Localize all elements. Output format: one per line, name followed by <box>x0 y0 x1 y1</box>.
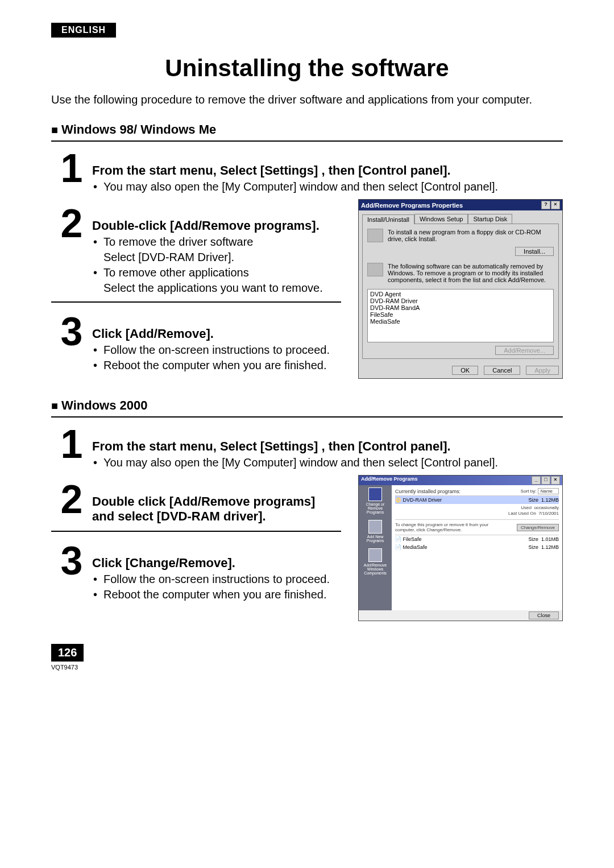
bullet-text: You may also open the [My Computer] wind… <box>92 456 563 469</box>
program-name: FileSafe <box>403 536 422 542</box>
list-item[interactable]: DVD-RAM BandA <box>370 304 551 311</box>
sidebar-item-label: Add New Programs <box>360 535 391 543</box>
cancel-button[interactable]: Cancel <box>484 366 520 375</box>
section-heading-win2000: ■Windows 2000 <box>51 398 563 413</box>
size-value: 1.12MB <box>541 497 559 503</box>
step-number: 2 <box>51 204 92 243</box>
sort-by-select[interactable]: Name <box>538 488 559 494</box>
intro-text: Use the following procedure to remove th… <box>51 93 563 106</box>
last-used-label: Last Used On <box>508 511 536 516</box>
program-row-selected[interactable]: 📀 DVD-RAM Driver Size 1.12MB <box>395 496 559 504</box>
dialog-button-row: Close <box>359 610 562 621</box>
step-body: From the start menu, Select [Settings] ,… <box>92 424 563 472</box>
dialog-panel: To install a new program from a floppy d… <box>362 224 559 359</box>
dialog-button-row: OK Cancel Apply <box>359 362 562 378</box>
manual-page: ENGLISH Uninstalling the software Use th… <box>0 0 614 868</box>
bullet-text: Follow the on-screen instructions to pro… <box>92 344 341 357</box>
bullet-text: To remove other applications <box>92 266 341 279</box>
minimize-icon[interactable]: _ <box>532 476 541 485</box>
page-title: Uninstalling the software <box>51 55 563 82</box>
install-description: To install a new program from a floppy d… <box>388 229 554 242</box>
sub-text: Select [DVD-RAM Driver]. <box>103 251 341 264</box>
size-label: Size <box>528 544 538 550</box>
section-heading-win98: ■Windows 98/ Windows Me <box>51 122 563 137</box>
sort-by-label: Sort by: <box>521 489 537 494</box>
step-body: Click [Change/Remove]. Follow the on-scr… <box>92 541 341 604</box>
close-icon[interactable]: × <box>551 201 560 209</box>
step-number: 1 <box>51 148 92 188</box>
list-item[interactable]: DVD-RAM Driver <box>370 297 551 304</box>
size-value: 1.12MB <box>541 544 559 550</box>
sidebar-item-label: Add/Remove Windows Components <box>360 563 391 575</box>
change-remove-icon <box>368 487 382 501</box>
add-remove-button[interactable]: Add/Remove... <box>495 346 554 355</box>
step-body: Click [Add/Remove]. Follow the on-screen… <box>92 312 341 374</box>
close-button[interactable]: Close <box>529 611 559 619</box>
step-number: 3 <box>51 312 92 352</box>
step-3-win2000: 3 Click [Change/Remove]. Follow the on-s… <box>51 541 341 604</box>
step-body: Double click [Add/Remove programs] and s… <box>92 480 341 524</box>
size-label: Size <box>528 536 538 542</box>
left-column: 2 Double-click [Add/Remove programs]. To… <box>51 199 341 378</box>
list-item[interactable]: MediaSafe <box>370 318 551 325</box>
dialog-title: Add/Remove Programs <box>361 476 418 485</box>
list-item[interactable]: DVD Agent <box>370 291 551 297</box>
sub-text: Select the applications you want to remo… <box>103 282 341 295</box>
add-remove-programs-dialog-win98: Add/Remove Programs Properties ? × Insta… <box>358 199 563 379</box>
ok-button[interactable]: OK <box>452 366 478 375</box>
step-title: Click [Change/Remove]. <box>92 556 341 571</box>
two-column-row: 2 Double-click [Add/Remove programs]. To… <box>51 199 563 379</box>
bullet-text: Reboot the computer when you are finishe… <box>92 359 341 372</box>
step-title-line2: and select [DVD-RAM driver]. <box>92 509 341 524</box>
program-row[interactable]: 📄 FileSafe Size 1.01MB <box>395 535 559 543</box>
sidebar-item-add-new[interactable]: Add New Programs <box>360 520 391 543</box>
bullet-text: You may also open the [My Computer] wind… <box>92 180 563 193</box>
list-item[interactable]: FileSafe <box>370 311 551 318</box>
step-body: Double-click [Add/Remove programs]. To r… <box>92 204 341 295</box>
bullet-text: Follow the on-screen instructions to pro… <box>92 573 341 586</box>
dialog-titlebar: Add/Remove Programs Properties ? × <box>359 200 562 210</box>
installed-programs-label: Currently installed programs: <box>395 489 460 494</box>
step-1-win98: 1 From the start menu, Select [Settings]… <box>51 148 563 196</box>
change-remove-button[interactable]: Change/Remove <box>517 524 559 531</box>
step-title: From the start menu, Select [Settings] ,… <box>92 163 563 178</box>
right-column: Add/Remove Programs _ □ × Change or Remo… <box>358 475 563 621</box>
language-tab: ENGLISH <box>51 23 116 38</box>
step-title: From the start menu, Select [Settings] ,… <box>92 439 563 454</box>
sidebar-item-change-remove[interactable]: Change or Remove Programs <box>360 487 391 514</box>
program-name: MediaSafe <box>403 544 428 550</box>
step-2-win2000: 2 Double click [Add/Remove programs] and… <box>51 480 341 524</box>
left-column: 2 Double click [Add/Remove programs] and… <box>51 475 341 607</box>
close-icon[interactable]: × <box>551 476 560 485</box>
program-list[interactable]: DVD Agent DVD-RAM Driver DVD-RAM BandA F… <box>367 289 554 342</box>
dialog-title: Add/Remove Programs Properties <box>361 202 463 209</box>
section-heading-text: Windows 98/ Windows Me <box>61 122 216 137</box>
size-value: 1.01MB <box>541 536 559 542</box>
sidebar-item-windows-components[interactable]: Add/Remove Windows Components <box>360 548 391 575</box>
help-icon[interactable]: ? <box>541 201 550 209</box>
dialog-titlebar: Add/Remove Programs _ □ × <box>359 476 562 485</box>
tab-startup-disk[interactable]: Startup Disk <box>468 214 512 224</box>
step-3-win98: 3 Click [Add/Remove]. Follow the on-scre… <box>51 312 341 374</box>
tab-windows-setup[interactable]: Windows Setup <box>414 214 468 224</box>
right-column: Add/Remove Programs Properties ? × Insta… <box>358 199 563 379</box>
step-title: Double click [Add/Remove programs] <box>92 494 341 509</box>
divider <box>51 416 563 418</box>
change-remove-description: To change this program or remove it from… <box>395 522 492 532</box>
components-icon <box>368 548 382 562</box>
add-remove-programs-dialog-win2000: Add/Remove Programs _ □ × Change or Remo… <box>358 475 563 621</box>
bullet-text: Reboot the computer when you are finishe… <box>92 588 341 601</box>
tab-install-uninstall[interactable]: Install/Uninstall <box>362 214 414 224</box>
used-value: occasionally <box>534 505 559 510</box>
remove-icon <box>367 263 383 276</box>
maximize-icon[interactable]: □ <box>541 476 550 485</box>
sidebar-item-label: Change or Remove Programs <box>360 502 391 514</box>
square-marker-icon: ■ <box>51 399 58 412</box>
apply-button[interactable]: Apply <box>526 366 559 375</box>
install-button[interactable]: Install... <box>515 247 554 256</box>
step-title: Click [Add/Remove]. <box>92 326 341 341</box>
step-1-win2000: 1 From the start menu, Select [Settings]… <box>51 424 563 472</box>
step-number: 2 <box>51 480 92 519</box>
program-name: DVD-RAM Driver <box>403 497 442 503</box>
program-row[interactable]: 📄 MediaSafe Size 1.12MB <box>395 543 559 551</box>
